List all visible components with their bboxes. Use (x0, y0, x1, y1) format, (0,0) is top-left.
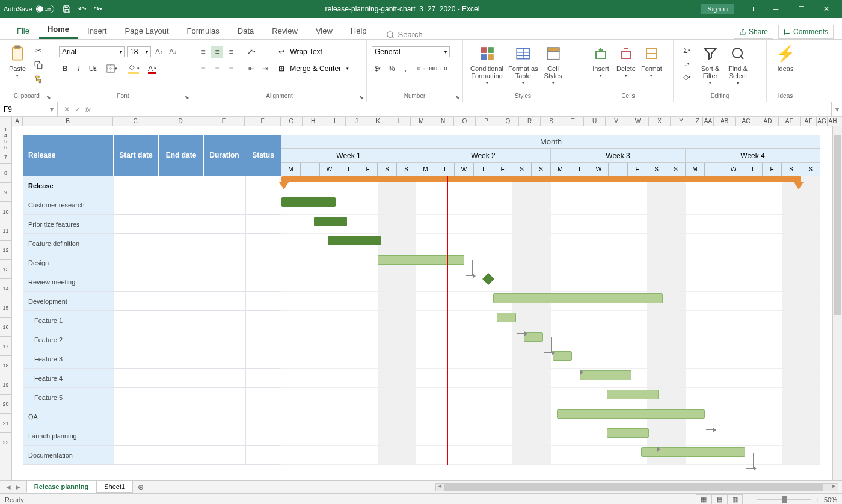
insert-function-icon[interactable]: fx (85, 106, 91, 113)
task-start-cell[interactable] (114, 272, 159, 291)
task-name[interactable]: QA (23, 407, 114, 426)
task-duration-cell[interactable] (204, 349, 245, 368)
font-size-combo[interactable]: 18▾ (127, 46, 151, 57)
comments-button[interactable]: Comments (778, 25, 834, 39)
redo-icon[interactable]: ↷▾ (93, 4, 103, 14)
task-end-cell[interactable] (159, 176, 204, 195)
task-status-cell[interactable] (245, 388, 281, 407)
task-end-cell[interactable] (159, 426, 204, 445)
percent-icon[interactable]: % (386, 63, 398, 75)
row-header[interactable]: 14 (0, 279, 11, 298)
task-end-cell[interactable] (159, 349, 204, 368)
task-name[interactable]: Review meeting (23, 272, 114, 291)
row-header[interactable]: 7 (0, 150, 11, 164)
zoom-out-icon[interactable]: − (748, 496, 751, 503)
row-header[interactable]: 1 (0, 126, 11, 132)
page-break-view-icon[interactable]: ▥ (727, 494, 743, 505)
decrease-font-icon[interactable]: A↓ (167, 46, 179, 58)
task-status-cell[interactable] (245, 234, 281, 253)
cell-canvas[interactable]: Release Start date End date Duration Sta… (12, 126, 831, 480)
orientation-icon[interactable]: ⤢▾ (245, 46, 257, 58)
fill-icon[interactable]: ↓▾ (678, 58, 695, 70)
task-start-cell[interactable] (114, 369, 159, 387)
name-box-dropdown-icon[interactable]: ▾ (50, 105, 54, 114)
align-left-icon[interactable]: ≡ (197, 63, 209, 75)
align-right-icon[interactable]: ≡ (225, 63, 237, 75)
minimize-icon[interactable]: ─ (764, 1, 788, 17)
task-name[interactable]: Prioritize features (23, 215, 114, 233)
task-end-cell[interactable] (159, 292, 204, 310)
zoom-level[interactable]: 50% (824, 496, 837, 503)
task-name[interactable]: Development (23, 292, 114, 310)
gantt-bar[interactable] (607, 390, 659, 399)
task-status-cell[interactable] (245, 195, 281, 214)
number-format-combo[interactable]: General▾ (372, 46, 450, 57)
column-header[interactable]: G (281, 117, 303, 126)
border-button[interactable]: ▾ (106, 63, 118, 75)
column-header[interactable]: L (389, 117, 411, 126)
format-painter-icon[interactable] (32, 73, 45, 85)
task-end-cell[interactable] (159, 195, 204, 214)
task-start-cell[interactable] (114, 292, 159, 310)
task-name[interactable]: Documentation (23, 446, 114, 464)
currency-icon[interactable]: $▾ (372, 63, 384, 75)
tab-page-layout[interactable]: Page Layout (117, 23, 177, 39)
task-duration-cell[interactable] (204, 272, 245, 291)
zoom-slider[interactable] (757, 499, 811, 500)
row-header[interactable]: 18 (0, 356, 11, 375)
cancel-formula-icon[interactable]: ✕ (64, 105, 70, 114)
gantt-bar[interactable] (493, 293, 663, 303)
task-duration-cell[interactable] (204, 330, 245, 349)
horizontal-scrollbar-thumb[interactable] (444, 484, 823, 491)
task-duration-cell[interactable] (204, 407, 245, 426)
column-header[interactable]: AC (736, 117, 757, 126)
task-start-cell[interactable] (114, 388, 159, 407)
column-header[interactable]: AA (703, 117, 714, 126)
column-header[interactable]: AH (828, 117, 838, 126)
merge-center-button[interactable]: ⊞ Merge & Center ▾ (278, 61, 349, 76)
task-status-cell[interactable] (245, 369, 281, 387)
toggle-switch[interactable]: Off (36, 5, 54, 13)
column-header[interactable]: W (627, 117, 649, 126)
task-name[interactable]: Customer research (23, 195, 114, 214)
insert-cells-button[interactable]: Insert▾ (588, 42, 613, 88)
format-as-table-button[interactable]: Format as Table▾ (506, 42, 541, 88)
cell-styles-button[interactable]: Cell Styles▾ (541, 42, 566, 88)
task-duration-cell[interactable] (204, 176, 245, 195)
task-name[interactable]: Design (23, 253, 114, 272)
row-header[interactable]: 15 (0, 298, 11, 318)
name-box[interactable]: F9▾ (0, 102, 58, 116)
fill-color-button[interactable]: ▾ (125, 63, 142, 75)
italic-button[interactable]: I (73, 63, 85, 75)
wrap-text-button[interactable]: ↩ Wrap Text (278, 45, 349, 59)
column-header[interactable]: I (324, 117, 346, 126)
gantt-bar[interactable] (497, 313, 516, 322)
task-status-cell[interactable] (245, 292, 281, 310)
task-duration-cell[interactable] (204, 292, 245, 310)
increase-font-icon[interactable]: A↑ (153, 46, 165, 58)
task-name[interactable]: Feature 2 (23, 330, 114, 349)
find-select-button[interactable]: Find & Select▾ (725, 42, 751, 88)
column-header[interactable]: AF (801, 117, 817, 126)
task-start-cell[interactable] (114, 253, 159, 272)
task-duration-cell[interactable] (204, 388, 245, 407)
gantt-bar[interactable] (328, 236, 382, 245)
task-start-cell[interactable] (114, 215, 159, 233)
cut-icon[interactable]: ✂ (32, 45, 45, 57)
gantt-bar[interactable] (281, 176, 801, 182)
underline-button[interactable]: U▾ (87, 63, 99, 75)
alignment-dialog-launcher[interactable]: ⬊ (359, 94, 364, 100)
align-middle-icon[interactable]: ≡ (211, 46, 223, 58)
column-header[interactable]: D (158, 117, 203, 126)
ribbon-display-icon[interactable] (739, 1, 763, 17)
row-header[interactable]: 10 (0, 202, 11, 221)
task-end-cell[interactable] (159, 215, 204, 233)
increase-indent-icon[interactable]: ⇥ (259, 63, 271, 75)
task-status-cell[interactable] (245, 349, 281, 368)
autosave-toggle[interactable]: AutoSave Off (4, 5, 54, 13)
row-header[interactable]: 20 (0, 395, 11, 414)
task-duration-cell[interactable] (204, 234, 245, 253)
task-start-cell[interactable] (114, 407, 159, 426)
horizontal-scrollbar[interactable]: ◄ ► (435, 483, 838, 491)
tab-help[interactable]: Help (342, 23, 375, 39)
